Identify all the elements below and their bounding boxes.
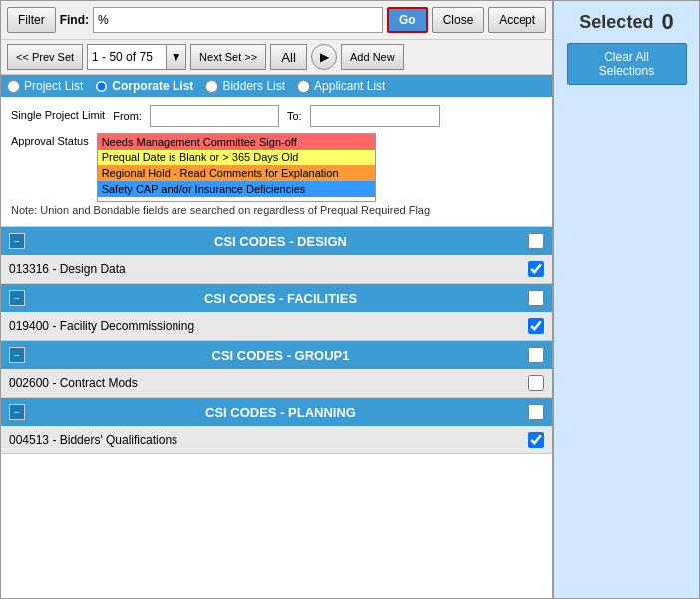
page-info: 1 - 50 of 75 (87, 44, 167, 70)
play-button[interactable]: ▶ (311, 44, 337, 70)
item-checkbox-3-0[interactable] (528, 432, 544, 448)
right-panel: Selected 0 Clear All Selections (553, 0, 700, 599)
list-item: 013316 - Design Data (1, 255, 552, 284)
collapse-group1[interactable]: − (9, 347, 25, 363)
item-label-2-0: 002600 - Contract Mods (9, 376, 528, 390)
approval-item-3[interactable]: Safety CAP and/or Insurance Deficiencies (98, 181, 375, 197)
next-set-button[interactable]: Next Set >> (190, 44, 266, 70)
item-label-0-0: 013316 - Design Data (9, 262, 528, 276)
list-item: 004513 - Bidders' Qualifications (1, 426, 552, 454)
clear-all-button[interactable]: Clear All Selections (567, 43, 687, 85)
go-button[interactable]: Go (387, 7, 428, 33)
note-text: Note: Union and Bondable fields are sear… (11, 202, 542, 218)
approval-item-0[interactable]: Needs Management Committee Sign-off (98, 134, 375, 150)
filter-button[interactable]: Filter (7, 7, 56, 33)
item-label-3-0: 004513 - Bidders' Qualifications (9, 433, 528, 447)
collapse-planning[interactable]: − (9, 404, 25, 420)
approval-item-2[interactable]: Regional Hold - Read Comments for Explan… (98, 165, 375, 181)
group-header-group1[interactable]: − CSI CODES - GROUP1 (1, 341, 552, 369)
list-item: 002600 - Contract Mods (1, 369, 552, 398)
tab-project[interactable]: Project List (7, 79, 83, 93)
selected-label: Selected (579, 12, 653, 33)
all-button[interactable]: All (270, 44, 307, 70)
tab-bidders[interactable]: Bidders List (205, 79, 285, 93)
from-label: From: (113, 110, 142, 122)
prev-set-button[interactable]: << Prev Set (7, 44, 83, 70)
group-checkbox-planning[interactable] (528, 404, 544, 420)
group-checkbox-group1[interactable] (528, 347, 544, 363)
group-checkbox-facilities[interactable] (528, 290, 544, 306)
content-area: − CSI CODES - DESIGN 013316 - Design Dat… (1, 227, 552, 598)
from-input[interactable] (150, 105, 279, 127)
tabs-bar: Project List Corporate List Bidders List… (1, 75, 552, 97)
find-label: Find: (60, 13, 89, 27)
collapse-facilities[interactable]: − (9, 290, 25, 306)
find-input[interactable] (93, 7, 383, 33)
group-checkbox-design[interactable] (528, 233, 544, 249)
to-input[interactable] (310, 105, 440, 127)
item-checkbox-2-0[interactable] (528, 375, 544, 391)
collapse-design[interactable]: − (9, 233, 25, 249)
item-checkbox-0-0[interactable] (528, 261, 544, 277)
page-dropdown-button[interactable]: ▼ (167, 44, 186, 70)
group-title-facilities: CSI CODES - FACILITIES (33, 291, 528, 306)
group-title-planning: CSI CODES - PLANNING (33, 405, 528, 420)
group-title-design: CSI CODES - DESIGN (33, 234, 528, 249)
approval-list[interactable]: Needs Management Committee Sign-off Preq… (97, 133, 376, 202)
group-title-group1: CSI CODES - GROUP1 (33, 348, 528, 363)
approval-label: Approval Status (11, 133, 89, 147)
accept-button[interactable]: Accept (488, 7, 546, 33)
add-new-button[interactable]: Add New (341, 44, 404, 70)
tab-applicant[interactable]: Applicant List (297, 79, 385, 93)
selected-count: 0 (661, 9, 673, 35)
close-button[interactable]: Close (432, 7, 485, 33)
item-label-1-0: 019400 - Facility Decommissioning (9, 319, 528, 333)
to-label: To: (287, 110, 302, 122)
approval-item-1[interactable]: Prequal Date is Blank or > 365 Days Old (98, 150, 375, 165)
single-project-label: Single Project Limit (11, 109, 105, 122)
group-header-design[interactable]: − CSI CODES - DESIGN (1, 227, 552, 255)
item-checkbox-1-0[interactable] (528, 318, 544, 334)
group-header-facilities[interactable]: − CSI CODES - FACILITIES (1, 284, 552, 312)
list-item: 019400 - Facility Decommissioning (1, 312, 552, 341)
tab-corporate[interactable]: Corporate List (95, 79, 193, 93)
selected-section: Selected 0 (579, 9, 673, 35)
group-header-planning[interactable]: − CSI CODES - PLANNING (1, 398, 552, 426)
